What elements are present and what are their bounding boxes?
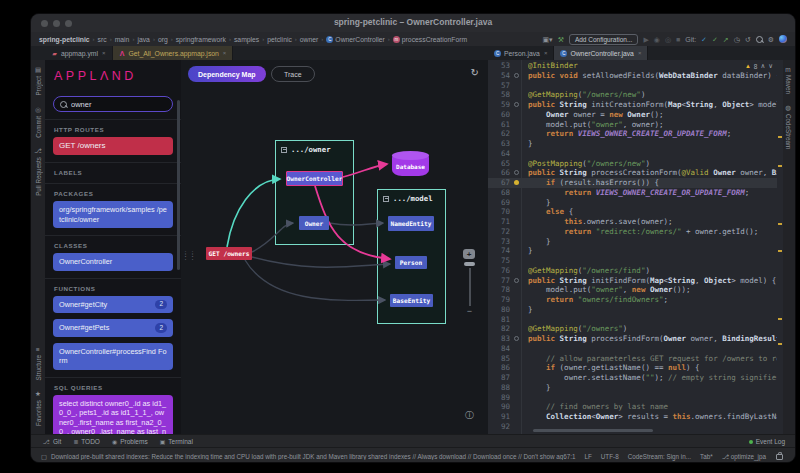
code-line-74[interactable]: 74} [488, 246, 783, 256]
code-line-78[interactable]: 78 model.put("owner", new Owner()); [488, 285, 783, 295]
zoom-in-button[interactable]: + [463, 249, 475, 259]
code-line-87[interactable]: 87 owner.setLastName(""); // empty strin… [488, 373, 783, 383]
code-line-76[interactable]: 76@GetMapping("/owners/find") [488, 266, 783, 276]
sidebar-item[interactable]: OwnerController [53, 253, 173, 270]
code-line-59[interactable]: 59public String initCreationForm(Map<Str… [488, 100, 783, 110]
map-node-person[interactable]: Person [395, 256, 427, 269]
code-line-65[interactable]: 65@PostMapping("/owners/new") [488, 159, 783, 169]
code-line-81[interactable]: 81 [488, 315, 783, 325]
appmap-search-input[interactable]: owner [53, 96, 173, 112]
code-line-82[interactable]: 82@GetMapping("/owners") [488, 324, 783, 334]
gutter-method-icon[interactable] [514, 73, 519, 78]
code-line-66[interactable]: 66public String processCreationForm(@Val… [488, 168, 783, 178]
code-line-67[interactable]: 67 if (result.hasErrors()) { [488, 178, 783, 188]
breadcrumb-item[interactable]: COwnerController [326, 36, 384, 43]
code-line-54[interactable]: 54public void setAllowedFields(WebDataBi… [488, 71, 783, 81]
breadcrumb-item[interactable]: samples [234, 36, 259, 43]
build-hammer-icon[interactable]: ⚒ [558, 36, 564, 43]
bottom-bar-todo[interactable]: ≣TODO [73, 438, 100, 445]
code-line-75[interactable]: 75 [488, 256, 783, 266]
sidebar-item[interactable]: org/springframework/samples /petclinic/o… [53, 201, 173, 228]
inspections-widget[interactable]: ▲ 8 ∧∨ [743, 62, 775, 70]
breadcrumb-item[interactable]: spring-petclinic [39, 36, 90, 43]
git-update-icon[interactable]: ✓ [701, 36, 707, 43]
code-line-53[interactable]: 53@InitBinder [488, 61, 783, 71]
encoding-widget[interactable]: UTF-8 [601, 453, 619, 460]
settings-gear-icon[interactable]: ⚙ [768, 36, 774, 43]
plugin-sphere-icon[interactable] [779, 35, 787, 43]
map-node-get-owners-route[interactable]: GET /owners [206, 247, 252, 260]
code-line-79[interactable]: 79 return "owners/findOwners"; [488, 295, 783, 305]
code-line-62[interactable]: 62 return VIEWS_OWNER_CREATE_OR_UPDATE_F… [488, 129, 783, 139]
sidebar-item[interactable]: Owner#getPets2 [53, 319, 173, 336]
code-line-83[interactable]: 83public String processFindForm(Owner ow… [488, 334, 783, 344]
zoom-slider-thumb[interactable] [464, 262, 475, 266]
close-tab-icon[interactable]: × [223, 50, 227, 56]
sidebar-item[interactable]: select distinct owner0_.id as id1_0_0_, … [53, 395, 173, 434]
status-message[interactable]: Download pre-built shared indexes: Reduc… [51, 453, 563, 460]
code-line-90[interactable]: 90 // find owners by last name [488, 402, 783, 412]
error-stripe[interactable] [777, 60, 783, 434]
code-line-61[interactable]: 61 model.put("owner", owner); [488, 120, 783, 130]
tool-window-button-maven[interactable]: mMaven [785, 66, 792, 94]
run-icon[interactable]: ▶ [643, 36, 648, 43]
close-tab-icon[interactable]: × [102, 50, 106, 56]
sidebar-scrollbar[interactable] [177, 100, 180, 270]
code-line-88[interactable]: 88 } [488, 383, 783, 393]
zoom-out-button[interactable]: − [463, 308, 476, 314]
info-icon[interactable]: ⓘ [465, 409, 474, 422]
code-line-70[interactable]: 70 else { [488, 207, 783, 217]
editor-tab-get-all-owners-appmap-json[interactable]: ΛGet_All_Owners.appmap.json× [113, 46, 234, 60]
bottom-bar-problems[interactable]: ◉Problems [112, 438, 148, 445]
code-line-57[interactable]: 57 [488, 81, 783, 91]
code-line-69[interactable]: 69 } [488, 198, 783, 208]
breadcrumb-item[interactable]: springframework [176, 36, 226, 43]
sidebar-item[interactable]: GET /owners [53, 137, 173, 155]
code-line-64[interactable]: 64 [488, 149, 783, 159]
map-zoom-slider[interactable]: + − [463, 249, 476, 314]
breadcrumb-item[interactable]: petclinic [267, 36, 292, 43]
editor-tab-ownercontroller-java[interactable]: COwnerController.java× [554, 46, 648, 60]
editor-horizontal-scrollbar[interactable] [533, 429, 653, 432]
code-line-77[interactable]: 77public String initFindForm(Map<String,… [488, 276, 783, 286]
bottom-bar-terminal[interactable]: ▣Terminal [160, 438, 193, 445]
intention-bulb-icon[interactable] [514, 180, 519, 185]
tool-window-button-pull-requests[interactable]: ⎇Pull Requests [34, 147, 42, 196]
editor-tab-appmap-yml[interactable]: ▰appmap.yml× [45, 46, 113, 60]
stop-icon[interactable]: ■ [676, 36, 680, 43]
profile-icon[interactable]: ◎ [665, 36, 671, 43]
tool-window-button-codestream[interactable]: ◍CodeStream [785, 104, 792, 149]
map-node-base-entity[interactable]: BaseEntity [390, 294, 433, 307]
close-tab-icon[interactable]: × [544, 50, 548, 56]
gutter-method-icon[interactable] [514, 336, 519, 341]
map-node-database[interactable]: Database [392, 155, 429, 176]
tool-window-button-structure[interactable]: ≡Structure [35, 346, 42, 381]
code-line-71[interactable]: 71 this.owners.save(owner); [488, 217, 783, 227]
code-line-58[interactable]: 58@GetMapping("/owners/new") [488, 90, 783, 100]
code-line-72[interactable]: 72 return "redirect:/owners/" + owner.ge… [488, 227, 783, 237]
sidebar-item[interactable]: OwnerController#processFind Form [53, 343, 173, 370]
breadcrumb-item[interactable]: mprocessCreationForm [393, 36, 467, 43]
git-commit-icon[interactable]: ✓ [712, 36, 718, 43]
caret-position-widget[interactable]: 67:1 [563, 453, 575, 460]
code-line-60[interactable]: 60 Owner owner = new Owner(); [488, 110, 783, 120]
code-line-89[interactable]: 89 [488, 393, 783, 403]
code-line-68[interactable]: 68 return VIEWS_OWNER_CREATE_OR_UPDATE_F… [488, 188, 783, 198]
gutter-method-icon[interactable] [514, 102, 519, 107]
code-line-73[interactable]: 73 } [488, 237, 783, 247]
tool-window-button-favorites[interactable]: ★Favorites [35, 390, 42, 426]
gutter-method-icon[interactable] [514, 170, 519, 175]
breadcrumb-item[interactable]: src [98, 36, 107, 43]
code-line-86[interactable]: 86 if (owner.getLastName() == null) { [488, 363, 783, 373]
close-tab-icon[interactable]: × [638, 50, 642, 56]
user-profile-icon[interactable]: ▣▾ [543, 36, 553, 43]
history-icon[interactable]: ◷ [734, 36, 740, 43]
bottom-bar-git[interactable]: ⎇Git [43, 438, 61, 445]
codestream-signin[interactable]: CodeStream: Sign in... [628, 453, 691, 460]
gutter-method-icon[interactable] [514, 278, 519, 283]
editor-tab-person-java[interactable]: CPerson.java× [488, 46, 554, 60]
search-everywhere-icon[interactable] [756, 36, 763, 43]
breadcrumb-item[interactable]: main [115, 36, 130, 43]
code-line-80[interactable]: 80} [488, 305, 783, 315]
code-editor[interactable]: 53@InitBinder54public void setAllowedFie… [488, 60, 783, 434]
